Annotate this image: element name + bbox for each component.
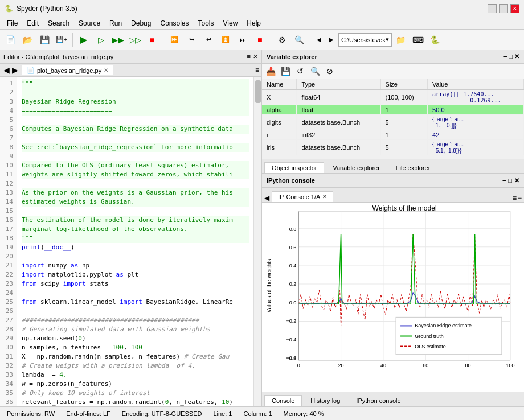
- menu-search[interactable]: Search: [43, 18, 74, 28]
- menu-view[interactable]: View: [219, 18, 243, 28]
- inspect-button[interactable]: 🔍: [291, 32, 307, 48]
- prev-file-icon[interactable]: ◀: [2, 65, 11, 75]
- var-options-icon[interactable]: −: [503, 53, 507, 60]
- var-name-alpha: alpha_: [262, 105, 297, 115]
- current-path: C:\Users\stevek: [341, 36, 386, 43]
- code-line-29: np.random.seed(0): [22, 334, 249, 343]
- terminal-button[interactable]: ⌨: [410, 32, 426, 48]
- var-type-x: float64: [297, 90, 380, 105]
- tools-button[interactable]: ⚙: [274, 32, 290, 48]
- step-out-button[interactable]: ⏫: [218, 32, 234, 48]
- var-close-icon[interactable]: ✕: [514, 53, 519, 60]
- svg-text:0.8: 0.8: [289, 226, 297, 232]
- tab-ipython-console[interactable]: IPython console: [349, 395, 408, 406]
- menu-tools[interactable]: Tools: [194, 18, 219, 28]
- window-controls[interactable]: ─ □ ✕: [488, 4, 519, 13]
- minimize-button[interactable]: ─: [488, 4, 497, 13]
- browse-button[interactable]: 📁: [393, 32, 409, 48]
- menu-run[interactable]: Run: [105, 18, 126, 28]
- menu-file[interactable]: File: [2, 18, 22, 28]
- console-prev-icon[interactable]: ◀: [264, 194, 269, 202]
- svg-text:OLS estimate: OLS estimate: [415, 343, 446, 349]
- console-minus-icon[interactable]: −: [518, 194, 522, 202]
- var-value-iris: {'target': ar... 5.1, 1.8]}}: [428, 140, 524, 155]
- run-button[interactable]: ▶: [76, 32, 92, 48]
- forward-button[interactable]: ▶: [326, 34, 337, 46]
- debug-button[interactable]: ⏩: [166, 32, 182, 48]
- menu-consoles[interactable]: Consoles: [155, 18, 193, 28]
- var-row-i[interactable]: i int32 1 42: [262, 130, 524, 140]
- editor-title: Editor - C:\temp\plot_bayesian_ridge.py: [3, 53, 113, 60]
- var-search-btn[interactable]: 🔍: [309, 65, 321, 77]
- tab-object-inspector[interactable]: Object inspector: [264, 162, 324, 173]
- var-table[interactable]: Name Type Size Value X float64 (100, 100…: [262, 79, 524, 159]
- run-next-button[interactable]: ▷▷: [127, 32, 143, 48]
- continue-button[interactable]: ⏭: [235, 32, 251, 48]
- tab-file-explorer[interactable]: File explorer: [388, 162, 438, 173]
- line-endings-status: End-of-lines: LF: [66, 410, 110, 417]
- ipython-minimize-icon[interactable]: −: [502, 177, 506, 184]
- tab-icon: 📄: [27, 67, 35, 74]
- save-all-button[interactable]: 💾+: [54, 32, 69, 48]
- code-line-5: [22, 116, 249, 125]
- code-line-9: [22, 152, 249, 161]
- editor-menu-icon[interactable]: ≡: [255, 66, 259, 74]
- var-import-btn[interactable]: 📥: [264, 65, 277, 77]
- editor-close-icon[interactable]: ✕: [253, 53, 258, 60]
- menu-edit[interactable]: Edit: [22, 18, 43, 28]
- menu-debug[interactable]: Debug: [126, 18, 155, 28]
- menu-source[interactable]: Source: [74, 18, 105, 28]
- var-size-iris: 5: [380, 140, 428, 155]
- var-row-iris[interactable]: iris datasets.base.Bunch 5 {'target': ar…: [262, 140, 524, 155]
- python-button[interactable]: 🐍: [427, 32, 443, 48]
- var-maximize-icon[interactable]: □: [509, 53, 513, 60]
- new-file-button[interactable]: 📄: [2, 32, 18, 48]
- save-button[interactable]: 💾: [36, 32, 52, 48]
- stop-debug-button[interactable]: ⏹: [252, 32, 268, 48]
- run-selection-button[interactable]: ▶▶: [110, 32, 126, 48]
- ipython-close-icon[interactable]: ✕: [514, 177, 519, 184]
- menu-help[interactable]: Help: [242, 18, 265, 28]
- tab-variable-explorer[interactable]: Variable explorer: [325, 162, 387, 173]
- tab-history-log[interactable]: History log: [303, 395, 347, 406]
- run-cell-button[interactable]: ▷: [93, 32, 109, 48]
- toolbar: 📄 📂 💾 💾+ ▶ ▷ ▶▶ ▷▷ ■ ⏩ ↪ ↩ ⏫ ⏭ ⏹ ⚙ 🔍 ◀ ▶…: [0, 30, 524, 50]
- editor-options-icon[interactable]: ≡: [247, 53, 251, 60]
- tab-close-icon[interactable]: ✕: [104, 67, 108, 73]
- var-save-btn[interactable]: 💾: [279, 65, 292, 77]
- var-row-x[interactable]: X float64 (100, 100) array([[ 1.7640... …: [262, 90, 524, 105]
- back-button[interactable]: ◀: [313, 34, 325, 46]
- ipython-maximize-icon[interactable]: □: [508, 177, 512, 184]
- step-button[interactable]: ↪: [183, 32, 199, 48]
- open-file-button[interactable]: 📂: [19, 32, 35, 48]
- var-row-digits[interactable]: digits datasets.base.Bunch 5 {'target': …: [262, 115, 524, 130]
- editor-tabs: ◀ ▶ 📄 plot_bayesian_ridge.py ✕ ≡: [0, 64, 261, 77]
- var-row-alpha[interactable]: alpha_ float 1 50.0: [262, 105, 524, 115]
- svg-text:−0.2: −0.2: [286, 318, 296, 324]
- ipython-controls: − □ ✕: [502, 177, 519, 184]
- code-editor[interactable]: 12345 678910 1112131415 1617181920 21222…: [0, 77, 261, 406]
- code-content[interactable]: """ ======================== Bayesian Ri…: [17, 77, 253, 406]
- editor-tab[interactable]: 📄 plot_bayesian_ridge.py ✕: [22, 65, 113, 75]
- console-tab-icon: IP: [278, 193, 284, 200]
- next-file-icon[interactable]: ▶: [11, 65, 19, 75]
- editor-scrollbar-thumb[interactable]: [255, 80, 261, 103]
- var-reset-btn[interactable]: ↺: [294, 65, 306, 77]
- var-exclude-btn[interactable]: ⊘: [324, 65, 336, 77]
- step-in-button[interactable]: ↩: [200, 32, 216, 48]
- maximize-button[interactable]: □: [499, 4, 508, 13]
- code-line-10: Compared to the OLS (ordinary least squa…: [22, 161, 249, 170]
- toolbar-sep-3: [271, 33, 271, 47]
- var-size-x: (100, 100): [380, 90, 428, 105]
- console-options-icon[interactable]: ≡: [513, 194, 517, 202]
- path-dropdown[interactable]: C:\Users\stevek ▾: [338, 33, 392, 47]
- close-button[interactable]: ✕: [510, 4, 519, 13]
- editor-scrollbar[interactable]: [253, 77, 261, 406]
- console-tab-close-icon[interactable]: ✕: [322, 193, 327, 200]
- statusbar: Permissions: RW End-of-lines: LF Encodin…: [0, 406, 524, 420]
- editor-nav: ◀ ▶: [2, 65, 19, 75]
- console-tab-active[interactable]: IP Console 1/A ✕: [272, 191, 333, 202]
- stop-button[interactable]: ■: [144, 32, 160, 48]
- tab-console[interactable]: Console: [264, 395, 302, 406]
- var-value-x: array([[ 1.7640... 0.1269...: [428, 90, 524, 105]
